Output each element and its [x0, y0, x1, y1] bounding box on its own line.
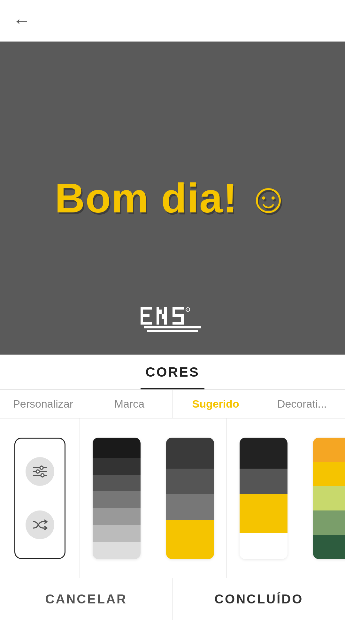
- cancelar-button[interactable]: CANCELAR: [0, 578, 173, 620]
- ens-bar-1: [144, 326, 201, 328]
- dec-swatch-5: [313, 535, 345, 559]
- cores-underline: [141, 388, 204, 389]
- sug2-swatch-4: [240, 533, 288, 559]
- sliders-svg: [32, 465, 48, 478]
- sug1-swatch-2: [166, 469, 214, 494]
- svg-rect-2: [141, 314, 150, 317]
- sliders-icon: [26, 457, 54, 486]
- svg-rect-3: [141, 322, 152, 325]
- sug2-swatch-3: [240, 494, 288, 533]
- decorativo-swatch: [313, 438, 345, 559]
- color-options: [0, 418, 345, 578]
- sug1-swatch-1: [166, 438, 214, 469]
- preview-text: Bom dia! ☺: [55, 174, 290, 222]
- svg-rect-13: [172, 322, 184, 325]
- tabs-row: Personalizar Marca Sugerido Decorati...: [0, 390, 345, 418]
- svg-rect-5: [157, 307, 159, 310]
- personalizar-card: [14, 438, 65, 559]
- tab-marca[interactable]: Marca: [86, 390, 172, 418]
- dec-swatch-2: [313, 462, 345, 486]
- cores-title: CORES: [145, 364, 199, 380]
- sug2-swatch-1: [240, 438, 288, 469]
- brand-logo: R: [141, 307, 204, 332]
- personalizar-option[interactable]: [0, 418, 80, 578]
- sug1-swatch-3: [166, 494, 214, 520]
- preview-area: Bom dia! ☺: [0, 42, 345, 355]
- tab-decorativo[interactable]: Decorati...: [259, 390, 345, 418]
- svg-rect-4: [157, 307, 159, 325]
- marca-swatch-5: [93, 508, 141, 525]
- marca-swatch-4: [93, 491, 141, 508]
- sugerido2-option[interactable]: [227, 418, 300, 578]
- tab-personalizar[interactable]: Personalizar: [0, 390, 86, 418]
- svg-point-17: [40, 466, 43, 469]
- marca-option[interactable]: [80, 418, 153, 578]
- ens-text-row: R: [141, 307, 204, 325]
- dec-swatch-1: [313, 438, 345, 462]
- dec-swatch-4: [313, 510, 345, 535]
- shuffle-svg: [32, 518, 48, 531]
- top-bar: ←: [0, 0, 345, 42]
- ens-letters-svg: R: [141, 307, 204, 325]
- ens-bar-2: [147, 330, 198, 332]
- marca-swatch-3: [93, 475, 141, 492]
- preview-main-text: Bom dia!: [55, 174, 238, 222]
- decorativo-option[interactable]: [300, 418, 345, 578]
- shuffle-icon: [26, 510, 54, 539]
- marca-swatch-7: [93, 542, 141, 559]
- smiley-emoji: ☺: [247, 174, 290, 222]
- svg-rect-8: [164, 307, 167, 325]
- svg-text:R: R: [187, 309, 188, 311]
- marca-swatch-2: [93, 458, 141, 475]
- ens-logo-container: R: [141, 307, 204, 332]
- svg-point-19: [36, 470, 39, 473]
- svg-point-21: [41, 474, 44, 477]
- marca-swatch-1: [93, 438, 141, 458]
- back-button[interactable]: ←: [13, 12, 31, 30]
- marca-swatch-6: [93, 525, 141, 542]
- sugerido2-swatch: [240, 438, 288, 559]
- svg-rect-6: [159, 310, 162, 314]
- marca-swatch: [93, 438, 141, 559]
- sug1-swatch-4: [166, 520, 214, 559]
- svg-rect-1: [141, 307, 152, 310]
- dec-swatch-3: [313, 486, 345, 510]
- sugerido1-option[interactable]: [153, 418, 227, 578]
- tab-sugerido[interactable]: Sugerido: [173, 390, 259, 418]
- svg-rect-7: [162, 314, 164, 319]
- cores-header: CORES: [0, 355, 345, 390]
- sug2-swatch-2: [240, 469, 288, 494]
- concluido-button[interactable]: CONCLUÍDO: [173, 578, 345, 620]
- bottom-panel: CORES Personalizar Marca Sugerido Decora…: [0, 355, 345, 620]
- sugerido1-swatch: [166, 438, 214, 559]
- action-bar: CANCELAR CONCLUÍDO: [0, 578, 345, 620]
